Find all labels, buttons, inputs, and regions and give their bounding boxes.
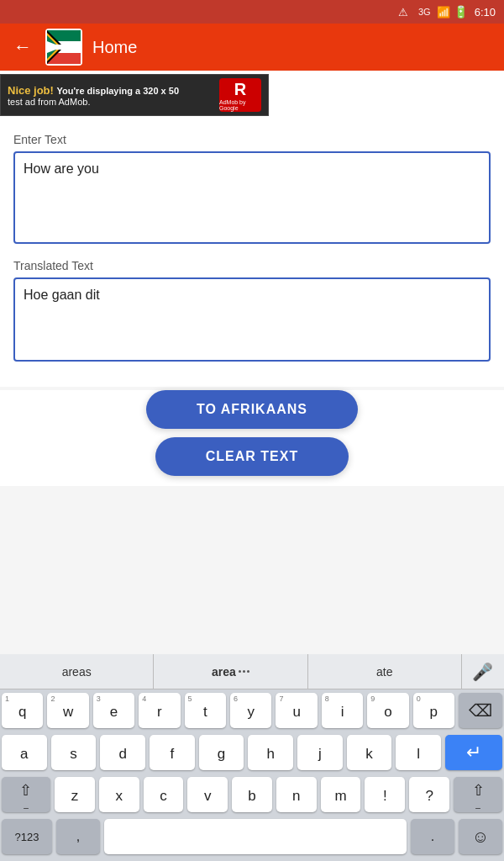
key-j[interactable]: j: [297, 735, 343, 770]
suggestion-ate[interactable]: ate: [308, 654, 462, 689]
keyboard-row-3: ⇧_ z x c v b n m ! ? ⇧_: [0, 774, 504, 816]
back-button[interactable]: ←: [10, 33, 35, 61]
key-num-sym[interactable]: ?123: [2, 819, 52, 854]
key-s[interactable]: s: [51, 735, 97, 770]
ad-banner[interactable]: Nice job! You're displaying a 320 x 50 t…: [0, 74, 269, 116]
ad-text: Nice job! You're displaying a 320 x 50 t…: [8, 84, 179, 107]
key-b[interactable]: b: [232, 777, 272, 812]
suggestion-areas[interactable]: areas: [0, 654, 154, 689]
button-row: TO AFRIKAANS CLEAR TEXT: [0, 390, 504, 486]
ad-logo-letter: R: [234, 80, 246, 99]
translated-text-box: Hoe gaan dit: [13, 277, 491, 362]
key-shift-right[interactable]: ⇧_: [454, 777, 502, 812]
time-display: 6:10: [475, 6, 496, 18]
enter-text-label: Enter Text: [13, 133, 491, 146]
key-g[interactable]: g: [199, 735, 244, 770]
key-h[interactable]: h: [248, 735, 293, 770]
ad-logo: R AdMob by Google: [219, 78, 261, 112]
mic-button[interactable]: 🎤: [462, 654, 504, 689]
key-e[interactable]: 3e: [93, 693, 134, 728]
key-x[interactable]: x: [99, 777, 139, 812]
warning-icon: ⚠: [398, 6, 408, 18]
ad-desc-text: test ad from AdMob.: [8, 97, 179, 107]
suggestion-area[interactable]: area: [154, 654, 307, 689]
ad-logo-bottom: AdMob by Google: [219, 99, 261, 111]
key-v[interactable]: v: [187, 777, 228, 812]
main-content: Enter Text How are you Translated Text H…: [0, 119, 504, 387]
key-c[interactable]: c: [144, 777, 184, 812]
battery-icon: 🔋: [454, 5, 468, 18]
key-l[interactable]: l: [396, 735, 441, 770]
ad-nice-text: Nice job! You're displaying a 320 x 50: [8, 84, 179, 97]
key-exclaim[interactable]: !: [365, 777, 405, 812]
flag-icon: [45, 29, 82, 66]
key-a[interactable]: a: [2, 735, 47, 770]
keyboard-row-2: a s d f g h j k l ↵: [0, 732, 504, 774]
key-d[interactable]: d: [100, 735, 145, 770]
key-m[interactable]: m: [321, 777, 361, 812]
key-o[interactable]: 9o: [367, 693, 408, 728]
key-space[interactable]: [104, 819, 407, 854]
key-y[interactable]: 6y: [230, 693, 271, 728]
translated-text-content: Hoe gaan dit: [24, 288, 100, 302]
key-f[interactable]: f: [150, 735, 195, 770]
clear-button[interactable]: CLEAR TEXT: [155, 437, 349, 476]
key-r[interactable]: 4r: [139, 693, 180, 728]
key-comma[interactable]: ,: [56, 819, 100, 854]
keyboard-row-1: 1q 2w 3e 4r 5t 6y 7u 8i 9o 0p ⌫: [0, 689, 504, 732]
key-w[interactable]: 2w: [47, 693, 88, 728]
status-bar: ⚠ 3G 📶 🔋 6:10: [0, 0, 504, 24]
key-enter[interactable]: ↵: [445, 735, 502, 770]
key-n[interactable]: n: [276, 777, 317, 812]
key-shift-left[interactable]: ⇧_: [2, 777, 50, 812]
key-question[interactable]: ?: [409, 777, 449, 812]
key-emoji[interactable]: ☺: [459, 819, 502, 854]
translated-text-label: Translated Text: [13, 259, 491, 272]
key-q[interactable]: 1q: [2, 693, 43, 728]
sa-flag-svg: [47, 30, 81, 64]
signal-icon: 📶: [437, 6, 450, 18]
input-textarea[interactable]: How are you: [13, 151, 491, 244]
ad-container: Nice job! You're displaying a 320 x 50 t…: [0, 71, 504, 119]
app-title: Home: [92, 38, 137, 57]
key-period[interactable]: .: [411, 819, 454, 854]
key-u[interactable]: 7u: [276, 693, 317, 728]
keyboard: areas area ate 🎤 1q 2w 3e 4r 5t 6y 7u 8i…: [0, 654, 504, 861]
translate-button[interactable]: TO AFRIKAANS: [146, 390, 358, 429]
network-type: 3G: [418, 7, 431, 17]
svg-rect-7: [47, 45, 66, 50]
key-p[interactable]: 0p: [413, 693, 454, 728]
key-backspace[interactable]: ⌫: [459, 693, 502, 728]
key-z[interactable]: z: [55, 777, 95, 812]
keyboard-row-bottom: ?123 , . ☺: [0, 816, 504, 861]
key-i[interactable]: 8i: [322, 693, 363, 728]
dots: [239, 670, 249, 673]
key-k[interactable]: k: [347, 735, 392, 770]
suggestions-bar: areas area ate 🎤: [0, 654, 504, 689]
key-t[interactable]: 5t: [185, 693, 226, 728]
top-bar: ← Home: [0, 24, 504, 71]
status-icons: ⚠ 3G 📶 🔋 6:10: [398, 5, 496, 18]
